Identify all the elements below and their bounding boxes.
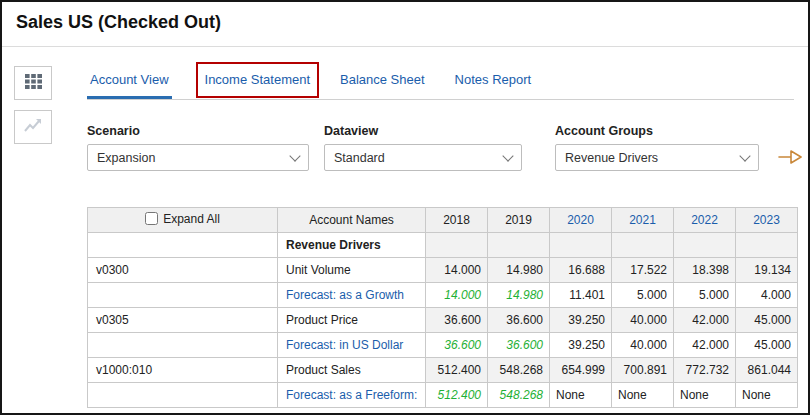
cell-value: 45.000 [736,308,798,333]
table-row: v0305Product Price36.60036.60039.25040.0… [88,308,798,333]
account-name: Revenue Drivers [278,233,426,258]
cell-value [612,233,674,258]
sidebar [14,66,56,154]
cell-value[interactable]: 36.600 [426,333,488,358]
cell-value[interactable]: 36.600 [488,333,550,358]
cell-value: 36.600 [488,308,550,333]
cell-value: 512.400 [426,358,488,383]
chevron-down-icon [289,150,300,161]
scenario-value: Expansion [97,151,155,165]
cell-value[interactable]: 14.000 [426,283,488,308]
cell-value: 700.891 [612,358,674,383]
cell-value [736,233,798,258]
chevron-down-icon [502,150,513,161]
chart-icon [24,117,42,137]
cell-value[interactable]: 14.980 [488,283,550,308]
filter-bar: Scenario Expansion Dataview Standard Acc… [87,124,759,171]
cell-value: 16.688 [550,258,612,283]
cell-value[interactable]: 11.401 [550,283,612,308]
account-name: Product Price [278,308,426,333]
cell-value[interactable]: 40.000 [612,333,674,358]
row-code [88,383,278,408]
page-title: Sales US (Checked Out) [16,12,221,33]
grid-icon [25,74,42,93]
cell-value [426,233,488,258]
year-header-2023[interactable]: 2023 [736,208,798,233]
cell-value[interactable]: 4.000 [736,283,798,308]
account-name: Product Sales [278,358,426,383]
forecast-link[interactable]: Forecast: in US Dollar [278,333,426,358]
year-header-2021[interactable]: 2021 [612,208,674,233]
table-row: Forecast: as a Growth14.00014.98011.4015… [88,283,798,308]
table-row: Revenue Drivers [88,233,798,258]
grid-view-button[interactable] [14,66,52,100]
forecast-link[interactable]: Forecast: as a Freeform: [278,383,426,408]
cell-value: 772.732 [674,358,736,383]
cell-value: 17.522 [612,258,674,283]
dataview-dropdown[interactable]: Standard [324,144,522,171]
cell-value: 39.250 [550,308,612,333]
table-row: v1000:010Product Sales512.400548.268654.… [88,358,798,383]
chevron-down-icon [739,150,750,161]
cell-value[interactable]: None [612,383,674,408]
tab-balance-sheet[interactable]: Balance Sheet [337,60,428,99]
cell-value [550,233,612,258]
cell-value: 36.600 [426,308,488,333]
tab-income-statement[interactable]: Income Statement [196,62,320,98]
account-groups-value: Revenue Drivers [565,151,658,165]
expand-all-header: Expand All [88,208,278,233]
cell-value[interactable]: None [736,383,798,408]
table-row: Forecast: in US Dollar36.60036.60039.250… [88,333,798,358]
filter-scenario: Scenario Expansion [87,124,309,171]
year-header-2019: 2019 [488,208,550,233]
cell-value[interactable]: 548.268 [488,383,550,408]
table-row: v0300Unit Volume14.00014.98016.68817.522… [88,258,798,283]
cell-value[interactable]: 5.000 [674,283,736,308]
row-code [88,233,278,258]
row-code: v1000:010 [88,358,278,383]
row-code: v0305 [88,308,278,333]
cell-value: 14.980 [488,258,550,283]
cell-value: 654.999 [550,358,612,383]
dataview-value: Standard [334,151,385,165]
cell-value[interactable]: 39.250 [550,333,612,358]
year-header-2020[interactable]: 2020 [550,208,612,233]
forward-arrow-icon [778,152,802,169]
account-name: Unit Volume [278,258,426,283]
table-header-row: Expand All Account Names 201820192020202… [88,208,798,233]
app-window: Sales US (Checked Out) [0,0,810,415]
filter-account-groups: Account Groups Revenue Drivers [555,124,759,171]
tab-bar: Account View Income Statement Balance Sh… [87,60,794,100]
cell-value: 42.000 [674,308,736,333]
dataview-label: Dataview [324,124,522,138]
scenario-dropdown[interactable]: Expansion [87,144,309,171]
cell-value: 861.044 [736,358,798,383]
account-groups-label: Account Groups [555,124,759,138]
cell-value: 18.398 [674,258,736,283]
chart-view-button[interactable] [14,110,52,144]
cell-value[interactable]: None [674,383,736,408]
account-names-header: Account Names [278,208,426,233]
cell-value[interactable]: None [550,383,612,408]
cell-value[interactable]: 45.000 [736,333,798,358]
cell-value[interactable]: 5.000 [612,283,674,308]
tab-notes-report[interactable]: Notes Report [452,60,535,99]
title-divider [2,46,808,47]
forecast-link[interactable]: Forecast: as a Growth [278,283,426,308]
row-code: v0300 [88,258,278,283]
cell-value: 548.268 [488,358,550,383]
year-header-2018: 2018 [426,208,488,233]
cell-value [674,233,736,258]
table-row: Forecast: as a Freeform:512.400548.268No… [88,383,798,408]
cell-value: 19.134 [736,258,798,283]
cell-value [488,233,550,258]
year-header-2022[interactable]: 2022 [674,208,736,233]
expand-all-checkbox[interactable] [145,212,158,225]
cell-value[interactable]: 512.400 [426,383,488,408]
cell-value: 14.000 [426,258,488,283]
row-code [88,283,278,308]
account-groups-dropdown[interactable]: Revenue Drivers [555,144,759,171]
cell-value[interactable]: 42.000 [674,333,736,358]
forward-arrow-button[interactable] [778,148,802,166]
tab-account-view[interactable]: Account View [87,60,172,99]
